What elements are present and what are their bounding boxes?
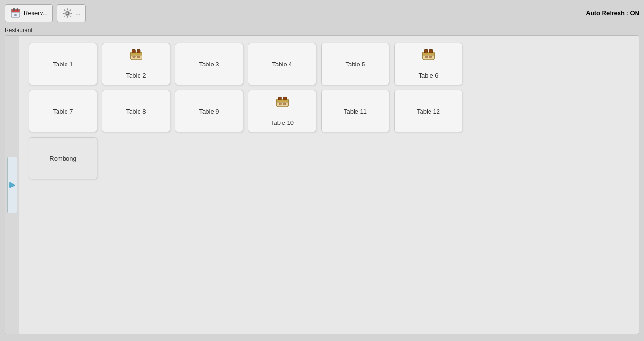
section-label: Restaurant <box>0 26 644 35</box>
svg-rect-9 <box>9 182 11 188</box>
table-label-t6: Table 6 <box>419 72 438 79</box>
table-card-t9[interactable]: Table 9 <box>175 90 243 132</box>
svg-rect-18 <box>424 49 428 53</box>
table-card-t11[interactable]: Table 11 <box>321 90 389 132</box>
svg-rect-19 <box>429 49 432 53</box>
table-card-t8[interactable]: Table 8 <box>102 90 170 132</box>
tables-row-2: Table 7 Table 8 Table 9 <box>29 90 629 132</box>
svg-rect-12 <box>132 49 135 53</box>
table-label-t9: Table 9 <box>199 108 219 115</box>
table-card-t10[interactable]: Table 10 <box>248 90 316 132</box>
svg-point-7 <box>66 12 68 14</box>
svg-rect-26 <box>279 103 281 105</box>
svg-rect-21 <box>429 56 431 58</box>
svg-marker-8 <box>10 182 15 188</box>
table-label-rombong: Rombong <box>50 155 76 162</box>
tables-row-3: Rombong <box>29 137 629 179</box>
svg-rect-27 <box>283 103 285 105</box>
svg-rect-2 <box>13 8 15 11</box>
svg-rect-15 <box>137 56 139 58</box>
table-label-t1: Table 1 <box>53 61 73 68</box>
table-label-t10: Table 10 <box>271 119 294 126</box>
svg-rect-1 <box>11 9 20 12</box>
reservations-button[interactable]: 00 Reserv... <box>5 4 53 22</box>
auto-refresh-value: ON <box>630 9 640 16</box>
svg-rect-24 <box>278 97 281 100</box>
table-card-t12[interactable]: Table 12 <box>394 90 462 132</box>
table-card-t5[interactable]: Table 5 <box>321 43 389 85</box>
side-panel <box>5 36 19 334</box>
table-card-t2[interactable]: Table 2 <box>102 43 170 85</box>
table-card-rombong[interactable]: Rombong <box>29 137 97 179</box>
svg-rect-3 <box>17 8 18 11</box>
reservations-label: Reserv... <box>24 9 48 16</box>
settings-label: ... <box>75 9 81 16</box>
toolbar: 00 Reserv... ... Auto Refresh : ON <box>0 0 644 26</box>
table-card-t4[interactable]: Table 4 <box>248 43 316 85</box>
table-card-t7[interactable]: Table 7 <box>29 90 97 132</box>
side-arrow-button[interactable] <box>7 157 17 213</box>
main-area: Table 1 Table 2 Table 3 <box>5 35 639 334</box>
table-label-t2: Table 2 <box>126 72 146 79</box>
food-icon-t2 <box>128 48 145 62</box>
tables-grid: Table 1 Table 2 Table 3 <box>19 36 639 334</box>
food-icon-t6 <box>420 48 437 62</box>
table-label-t4: Table 4 <box>272 61 292 68</box>
table-card-t3[interactable]: Table 3 <box>175 43 243 85</box>
table-label-t7: Table 7 <box>53 108 73 115</box>
table-label-t3: Table 3 <box>199 61 219 68</box>
tables-row-1: Table 1 Table 2 Table 3 <box>29 43 629 85</box>
svg-rect-14 <box>132 56 135 58</box>
calendar-icon: 00 <box>10 8 21 19</box>
svg-rect-13 <box>137 49 140 53</box>
table-label-t8: Table 8 <box>126 108 146 115</box>
auto-refresh-status: Auto Refresh : ON <box>586 9 639 16</box>
table-card-t1[interactable]: Table 1 <box>29 43 97 85</box>
table-card-t6[interactable]: Table 6 <box>394 43 462 85</box>
svg-rect-25 <box>283 97 286 100</box>
svg-rect-20 <box>425 56 427 58</box>
table-label-t5: Table 5 <box>346 61 365 68</box>
settings-button[interactable]: ... <box>57 4 86 22</box>
table-label-t12: Table 12 <box>417 108 440 115</box>
table-label-t11: Table 11 <box>344 108 367 115</box>
svg-text:00: 00 <box>14 13 17 16</box>
food-icon-t10 <box>274 95 291 109</box>
gear-icon <box>62 8 73 19</box>
